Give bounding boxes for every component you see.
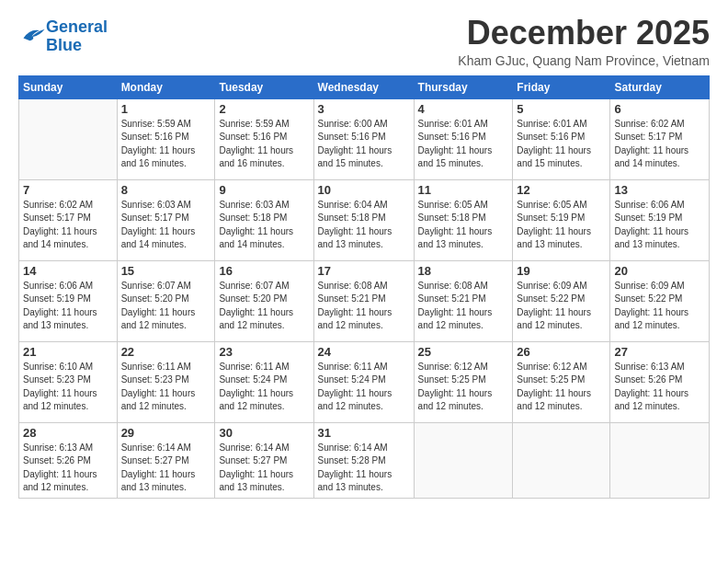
- day-info: Sunrise: 6:11 AMSunset: 5:24 PMDaylight:…: [318, 361, 410, 414]
- day-number: 15: [121, 264, 211, 278]
- calendar-cell: 1Sunrise: 5:59 AMSunset: 5:16 PMDaylight…: [117, 98, 215, 179]
- logo-icon: [20, 25, 46, 45]
- calendar-cell: [414, 422, 513, 498]
- day-number: 24: [318, 345, 410, 359]
- day-number: 18: [418, 264, 509, 278]
- day-info: Sunrise: 6:01 AMSunset: 5:16 PMDaylight:…: [517, 118, 606, 171]
- header: General Blue December 2025 Kham GJuc, Qu…: [18, 15, 710, 68]
- day-number: 30: [219, 426, 309, 440]
- calendar-cell: 30Sunrise: 6:14 AMSunset: 5:27 PMDayligh…: [215, 422, 313, 498]
- day-info: Sunrise: 6:01 AMSunset: 5:16 PMDaylight:…: [418, 118, 509, 171]
- day-number: 6: [614, 102, 705, 116]
- calendar-week-row: 21Sunrise: 6:10 AMSunset: 5:23 PMDayligh…: [19, 341, 710, 422]
- day-number: 12: [517, 183, 606, 197]
- day-info: Sunrise: 6:14 AMSunset: 5:27 PMDaylight:…: [121, 442, 211, 495]
- day-info: Sunrise: 6:07 AMSunset: 5:20 PMDaylight:…: [121, 280, 211, 333]
- day-number: 14: [23, 264, 113, 278]
- calendar-cell: 13Sunrise: 6:06 AMSunset: 5:19 PMDayligh…: [610, 179, 710, 260]
- calendar-cell: 28Sunrise: 6:13 AMSunset: 5:26 PMDayligh…: [19, 422, 118, 498]
- day-info: Sunrise: 6:14 AMSunset: 5:28 PMDaylight:…: [318, 442, 410, 495]
- logo: General Blue: [18, 18, 108, 55]
- calendar-cell: 6Sunrise: 6:02 AMSunset: 5:17 PMDaylight…: [610, 98, 710, 179]
- calendar-cell: 12Sunrise: 6:05 AMSunset: 5:19 PMDayligh…: [513, 179, 610, 260]
- day-info: Sunrise: 6:12 AMSunset: 5:25 PMDaylight:…: [517, 361, 606, 414]
- day-number: 19: [517, 264, 606, 278]
- calendar-cell: 21Sunrise: 6:10 AMSunset: 5:23 PMDayligh…: [19, 341, 118, 422]
- calendar-cell: 10Sunrise: 6:04 AMSunset: 5:18 PMDayligh…: [313, 179, 414, 260]
- calendar-cell: 2Sunrise: 5:59 AMSunset: 5:16 PMDaylight…: [215, 98, 313, 179]
- day-number: 2: [219, 102, 309, 116]
- day-info: Sunrise: 6:12 AMSunset: 5:25 PMDaylight:…: [418, 361, 509, 414]
- logo-line1: General: [46, 17, 108, 36]
- title-block: December 2025 Kham GJuc, Quang Nam Provi…: [458, 15, 710, 68]
- day-number: 20: [614, 264, 705, 278]
- weekday-header-saturday: Saturday: [610, 75, 710, 98]
- day-info: Sunrise: 6:11 AMSunset: 5:24 PMDaylight:…: [219, 361, 309, 414]
- logo-text: General Blue: [46, 18, 108, 55]
- day-info: Sunrise: 6:00 AMSunset: 5:16 PMDaylight:…: [318, 118, 410, 171]
- day-info: Sunrise: 6:03 AMSunset: 5:18 PMDaylight:…: [219, 199, 309, 252]
- day-number: 11: [418, 183, 509, 197]
- calendar-cell: 11Sunrise: 6:05 AMSunset: 5:18 PMDayligh…: [414, 179, 513, 260]
- location-subtitle: Kham GJuc, Quang Nam Province, Vietnam: [458, 53, 710, 68]
- calendar-cell: 3Sunrise: 6:00 AMSunset: 5:16 PMDaylight…: [313, 98, 414, 179]
- day-info: Sunrise: 6:03 AMSunset: 5:17 PMDaylight:…: [121, 199, 211, 252]
- calendar-cell: 19Sunrise: 6:09 AMSunset: 5:22 PMDayligh…: [513, 260, 610, 341]
- calendar-week-row: 1Sunrise: 5:59 AMSunset: 5:16 PMDaylight…: [19, 98, 710, 179]
- weekday-header-friday: Friday: [513, 75, 610, 98]
- calendar-cell: 5Sunrise: 6:01 AMSunset: 5:16 PMDaylight…: [513, 98, 610, 179]
- day-number: 25: [418, 345, 509, 359]
- day-number: 5: [517, 102, 606, 116]
- day-number: 22: [121, 345, 211, 359]
- day-info: Sunrise: 6:11 AMSunset: 5:23 PMDaylight:…: [121, 361, 211, 414]
- day-number: 28: [23, 426, 113, 440]
- calendar-cell: 14Sunrise: 6:06 AMSunset: 5:19 PMDayligh…: [19, 260, 118, 341]
- weekday-header-row: SundayMondayTuesdayWednesdayThursdayFrid…: [19, 75, 710, 98]
- page-container: General Blue December 2025 Kham GJuc, Qu…: [0, 0, 728, 508]
- day-info: Sunrise: 6:02 AMSunset: 5:17 PMDaylight:…: [23, 199, 113, 252]
- calendar-cell: 16Sunrise: 6:07 AMSunset: 5:20 PMDayligh…: [215, 260, 313, 341]
- day-number: 9: [219, 183, 309, 197]
- calendar-cell: 31Sunrise: 6:14 AMSunset: 5:28 PMDayligh…: [313, 422, 414, 498]
- day-number: 29: [121, 426, 211, 440]
- day-number: 13: [614, 183, 705, 197]
- calendar-week-row: 7Sunrise: 6:02 AMSunset: 5:17 PMDaylight…: [19, 179, 710, 260]
- day-info: Sunrise: 6:07 AMSunset: 5:20 PMDaylight:…: [219, 280, 309, 333]
- month-title: December 2025: [458, 15, 710, 52]
- calendar-table: SundayMondayTuesdayWednesdayThursdayFrid…: [18, 75, 710, 499]
- weekday-header-monday: Monday: [117, 75, 215, 98]
- calendar-cell: 17Sunrise: 6:08 AMSunset: 5:21 PMDayligh…: [313, 260, 414, 341]
- calendar-cell: 27Sunrise: 6:13 AMSunset: 5:26 PMDayligh…: [610, 341, 710, 422]
- weekday-header-sunday: Sunday: [19, 75, 118, 98]
- day-number: 3: [318, 102, 410, 116]
- calendar-cell: 9Sunrise: 6:03 AMSunset: 5:18 PMDaylight…: [215, 179, 313, 260]
- weekday-header-thursday: Thursday: [414, 75, 513, 98]
- day-info: Sunrise: 6:13 AMSunset: 5:26 PMDaylight:…: [614, 361, 705, 414]
- calendar-cell: 15Sunrise: 6:07 AMSunset: 5:20 PMDayligh…: [117, 260, 215, 341]
- weekday-header-wednesday: Wednesday: [313, 75, 414, 98]
- weekday-header-tuesday: Tuesday: [215, 75, 313, 98]
- day-number: 17: [318, 264, 410, 278]
- day-info: Sunrise: 5:59 AMSunset: 5:16 PMDaylight:…: [121, 118, 211, 171]
- calendar-cell: [513, 422, 610, 498]
- calendar-cell: [610, 422, 710, 498]
- calendar-cell: 7Sunrise: 6:02 AMSunset: 5:17 PMDaylight…: [19, 179, 118, 260]
- calendar-cell: [19, 98, 118, 179]
- day-info: Sunrise: 6:05 AMSunset: 5:19 PMDaylight:…: [517, 199, 606, 252]
- day-info: Sunrise: 6:06 AMSunset: 5:19 PMDaylight:…: [23, 280, 113, 333]
- day-info: Sunrise: 6:10 AMSunset: 5:23 PMDaylight:…: [23, 361, 113, 414]
- day-info: Sunrise: 6:06 AMSunset: 5:19 PMDaylight:…: [614, 199, 705, 252]
- day-info: Sunrise: 6:13 AMSunset: 5:26 PMDaylight:…: [23, 442, 113, 495]
- day-number: 8: [121, 183, 211, 197]
- calendar-cell: 26Sunrise: 6:12 AMSunset: 5:25 PMDayligh…: [513, 341, 610, 422]
- day-number: 10: [318, 183, 410, 197]
- day-info: Sunrise: 6:14 AMSunset: 5:27 PMDaylight:…: [219, 442, 309, 495]
- calendar-week-row: 14Sunrise: 6:06 AMSunset: 5:19 PMDayligh…: [19, 260, 710, 341]
- day-number: 31: [318, 426, 410, 440]
- calendar-cell: 20Sunrise: 6:09 AMSunset: 5:22 PMDayligh…: [610, 260, 710, 341]
- calendar-week-row: 28Sunrise: 6:13 AMSunset: 5:26 PMDayligh…: [19, 422, 710, 498]
- day-info: Sunrise: 6:04 AMSunset: 5:18 PMDaylight:…: [318, 199, 410, 252]
- calendar-cell: 23Sunrise: 6:11 AMSunset: 5:24 PMDayligh…: [215, 341, 313, 422]
- day-info: Sunrise: 6:09 AMSunset: 5:22 PMDaylight:…: [614, 280, 705, 333]
- day-info: Sunrise: 6:02 AMSunset: 5:17 PMDaylight:…: [614, 118, 705, 171]
